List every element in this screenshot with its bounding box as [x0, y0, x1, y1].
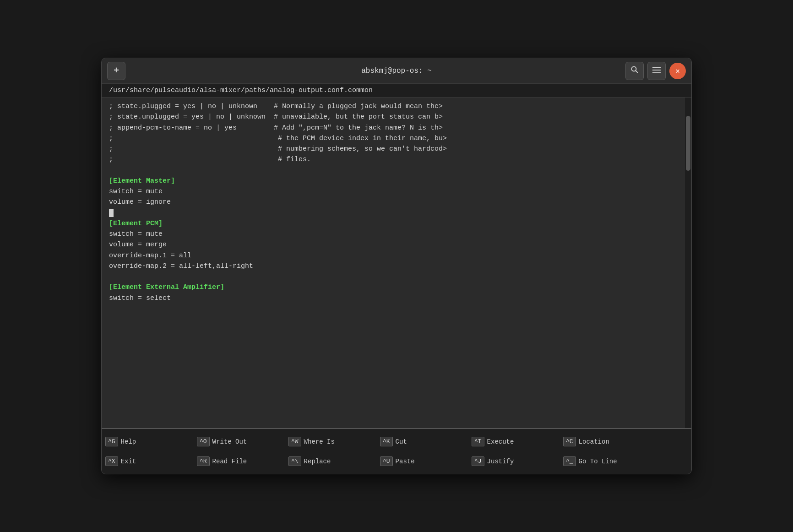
cmd-label-whereis: Where Is	[304, 438, 335, 445]
status-bar: ^G Help ^O Write Out ^W Where Is ^K Cut …	[102, 428, 691, 474]
path-bar: /usr/share/pulseaudio/alsa-mixer/paths/a…	[102, 84, 691, 98]
menu-button[interactable]	[647, 62, 666, 80]
cmd-label-cut: Cut	[396, 438, 407, 445]
cmd-label-writeout: Write Out	[212, 438, 247, 445]
cmd-exit[interactable]: ^X Exit	[102, 456, 193, 467]
command-list: ^G Help ^O Write Out ^W Where Is ^K Cut …	[102, 429, 691, 474]
cmd-label-justify: Justify	[487, 458, 514, 465]
cmd-whereis[interactable]: ^W Where Is	[285, 436, 376, 447]
title-bar-right: ✕	[625, 62, 686, 80]
cmd-label-paste: Paste	[396, 458, 415, 465]
close-button[interactable]: ✕	[669, 63, 686, 79]
cmd-location[interactable]: ^C Location	[559, 436, 651, 447]
cmd-label-execute: Execute	[487, 438, 514, 445]
cmd-label-readfile: Read File	[212, 458, 247, 465]
cmd-key-replace: ^\	[288, 456, 301, 466]
cmd-label-location: Location	[579, 438, 609, 445]
cmd-row-1: ^G Help ^O Write Out ^W Where Is ^K Cut …	[102, 436, 691, 447]
cmd-justify[interactable]: ^J Justify	[468, 456, 559, 467]
window-title: abskmj@pop-os: ~	[361, 67, 432, 75]
cmd-label-help: Help	[121, 438, 136, 445]
new-tab-button[interactable]: +	[107, 62, 125, 80]
cmd-key-paste: ^U	[380, 456, 393, 466]
scrollbar-thumb[interactable]	[686, 116, 690, 171]
svg-line-1	[636, 71, 638, 73]
cmd-key-whereis: ^W	[288, 437, 301, 446]
cmd-key-exit: ^X	[105, 456, 118, 466]
search-icon	[630, 65, 639, 76]
cmd-key-execute: ^T	[472, 437, 484, 446]
title-bar-left: +	[107, 62, 125, 80]
close-icon: ✕	[675, 66, 680, 76]
menu-icon	[652, 66, 661, 76]
cmd-readfile[interactable]: ^R Read File	[193, 456, 285, 467]
cmd-label-replace: Replace	[304, 458, 331, 465]
editor-content[interactable]: ; state.plugged = yes | no | unknown # N…	[102, 98, 685, 428]
cmd-paste[interactable]: ^U Paste	[376, 456, 468, 467]
cmd-key-cut: ^K	[380, 437, 393, 446]
cmd-replace[interactable]: ^\ Replace	[285, 456, 376, 467]
editor-area: ; state.plugged = yes | no | unknown # N…	[102, 98, 691, 428]
cmd-label-gotoline: Go To Line	[579, 458, 617, 465]
cmd-gotoline[interactable]: ^_ Go To Line	[559, 456, 651, 467]
cmd-label-exit: Exit	[121, 458, 136, 465]
cmd-help[interactable]: ^G Help	[102, 436, 193, 447]
terminal-window: + abskmj@pop-os: ~	[101, 58, 692, 474]
cmd-writeout[interactable]: ^O Write Out	[193, 436, 285, 447]
cmd-key-gotoline: ^_	[563, 456, 576, 466]
cmd-cut[interactable]: ^K Cut	[376, 436, 468, 447]
cmd-key-readfile: ^R	[197, 456, 210, 466]
new-tab-icon: +	[114, 65, 119, 76]
title-bar: + abskmj@pop-os: ~	[102, 58, 691, 84]
cmd-key-writeout: ^O	[197, 437, 210, 446]
cmd-key-justify: ^J	[472, 456, 484, 466]
cmd-key-help: ^G	[105, 437, 118, 446]
cmd-row-2: ^X Exit ^R Read File ^\ Replace ^U Paste…	[102, 456, 691, 467]
cmd-execute[interactable]: ^T Execute	[468, 436, 559, 447]
search-button[interactable]	[625, 62, 644, 80]
cmd-key-location: ^C	[563, 437, 576, 446]
scrollbar[interactable]	[685, 98, 691, 428]
